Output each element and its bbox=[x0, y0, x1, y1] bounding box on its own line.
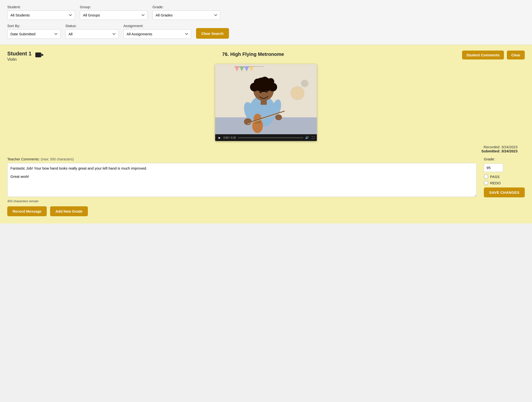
svg-point-10 bbox=[291, 86, 304, 100]
submitted-date-value: 3/24/2023 bbox=[501, 149, 517, 153]
filter-section: Student: All Students Group: All Groups … bbox=[0, 0, 532, 45]
chars-remain: 403 characters remain bbox=[7, 199, 477, 203]
status-select[interactable]: All bbox=[65, 29, 119, 39]
grade-filter-label: Grade: bbox=[152, 5, 220, 9]
radio-group: PASS REDO bbox=[484, 174, 525, 185]
svg-point-17 bbox=[254, 79, 261, 86]
student-name: Student 1 bbox=[7, 51, 31, 57]
svg-point-26 bbox=[275, 114, 282, 120]
grade-section-label: Grade: bbox=[484, 157, 525, 161]
submitted-label: Submitted: bbox=[481, 149, 500, 153]
filter-row-1: Student: All Students Group: All Groups … bbox=[7, 5, 525, 20]
filter-row-2: Sort By: Date Submitted Status: All Assi… bbox=[7, 24, 525, 39]
assignment-filter-group: Assignment: All Assignments bbox=[123, 24, 191, 39]
comments-label: Teacher Comments: (max: 500 characters) bbox=[7, 157, 477, 161]
group-filter-group: Group: All Groups bbox=[80, 5, 148, 20]
student-card-header: Student 1 Violin 76. High Flying Metrono… bbox=[7, 51, 525, 62]
sortby-filter-group: Sort By: Date Submitted bbox=[7, 24, 61, 39]
video-camera-icon bbox=[35, 52, 44, 60]
add-new-grade-button[interactable]: Add New Grade bbox=[50, 206, 88, 216]
sortby-select[interactable]: Date Submitted bbox=[7, 29, 61, 39]
assignment-title: 76. High Flying Metronome bbox=[44, 51, 462, 57]
svg-rect-22 bbox=[261, 100, 267, 105]
play-button[interactable] bbox=[218, 136, 221, 140]
student-select[interactable]: All Students bbox=[7, 10, 75, 20]
status-label: Status: bbox=[65, 24, 119, 28]
teacher-comments-textarea[interactable]: Fantastic Job! Your bow hand looks reall… bbox=[7, 163, 477, 197]
assignment-label: Assignment: bbox=[123, 24, 191, 28]
assignment-select[interactable]: All Assignments bbox=[123, 29, 191, 39]
teacher-comments-label: Teacher Comments: bbox=[7, 157, 40, 161]
max-chars-label: (max: 500 characters) bbox=[41, 157, 74, 161]
recorded-label: Recorded: bbox=[484, 145, 500, 149]
student-instrument: Violin bbox=[7, 57, 31, 62]
pass-radio-item[interactable]: PASS bbox=[484, 174, 525, 179]
redo-radio-item[interactable]: REDO bbox=[484, 181, 525, 185]
grade-section: Grade: PASS REDO SAVE CHANGES bbox=[484, 157, 525, 197]
header-left: Student 1 Violin bbox=[7, 51, 44, 62]
recorded-date-value: 3/24/2023 bbox=[501, 145, 517, 149]
save-changes-button[interactable]: SAVE CHANGES bbox=[484, 187, 525, 197]
grade-filter-select[interactable]: All Grades bbox=[152, 10, 220, 20]
student-info: Student 1 Violin bbox=[7, 51, 31, 62]
submitted-date: Submitted: 3/24/2023 bbox=[7, 149, 517, 153]
comments-section: Teacher Comments: (max: 500 characters) … bbox=[7, 157, 477, 216]
video-time: 0:00 / 0:32 bbox=[223, 136, 236, 139]
svg-rect-0 bbox=[35, 52, 41, 57]
video-thumbnail bbox=[215, 64, 317, 134]
video-controls: 0:00 / 0:32 🔊 ⛶ bbox=[215, 134, 317, 141]
svg-point-21 bbox=[265, 90, 268, 93]
pass-label: PASS bbox=[490, 175, 500, 179]
student-filter-group: Student: All Students bbox=[7, 5, 75, 20]
group-label: Group: bbox=[80, 5, 148, 9]
clear-button[interactable]: Clear bbox=[507, 51, 525, 60]
video-player[interactable]: 0:00 / 0:32 🔊 ⛶ bbox=[215, 64, 317, 141]
svg-point-18 bbox=[261, 77, 269, 84]
clear-search-button[interactable]: Clear Search bbox=[196, 28, 229, 39]
fullscreen-icon[interactable]: ⛶ bbox=[312, 136, 314, 139]
bottom-buttons: Record Message Add New Grade bbox=[7, 206, 477, 216]
dates-area: Recorded: 3/24/2023 Submitted: 3/24/2023 bbox=[7, 145, 517, 153]
grade-input[interactable] bbox=[484, 164, 503, 172]
video-container: 0:00 / 0:32 🔊 ⛶ bbox=[7, 64, 525, 141]
form-area: Teacher Comments: (max: 500 characters) … bbox=[7, 157, 525, 216]
student-card: Student 1 Violin 76. High Flying Metrono… bbox=[0, 45, 532, 223]
recorded-date: Recorded: 3/24/2023 bbox=[7, 145, 517, 149]
sortby-label: Sort By: bbox=[7, 24, 61, 28]
redo-radio[interactable] bbox=[484, 181, 488, 185]
redo-label: REDO bbox=[490, 181, 501, 185]
status-filter-group: Status: All bbox=[65, 24, 119, 39]
svg-marker-1 bbox=[41, 53, 44, 56]
student-label: Student: bbox=[7, 5, 75, 9]
header-buttons: Student Comments Clear bbox=[462, 51, 525, 60]
pass-radio[interactable] bbox=[484, 174, 488, 179]
student-comments-button[interactable]: Student Comments bbox=[462, 51, 504, 60]
volume-icon[interactable]: 🔊 bbox=[305, 136, 309, 139]
group-select[interactable]: All Groups bbox=[80, 10, 148, 20]
record-message-button[interactable]: Record Message bbox=[7, 206, 47, 216]
grade-filter-group: Grade: All Grades bbox=[152, 5, 220, 20]
svg-point-19 bbox=[267, 78, 274, 85]
svg-point-20 bbox=[259, 91, 262, 93]
progress-bar-track[interactable] bbox=[238, 137, 303, 138]
video-icon-area bbox=[35, 52, 44, 60]
svg-point-11 bbox=[301, 80, 308, 87]
